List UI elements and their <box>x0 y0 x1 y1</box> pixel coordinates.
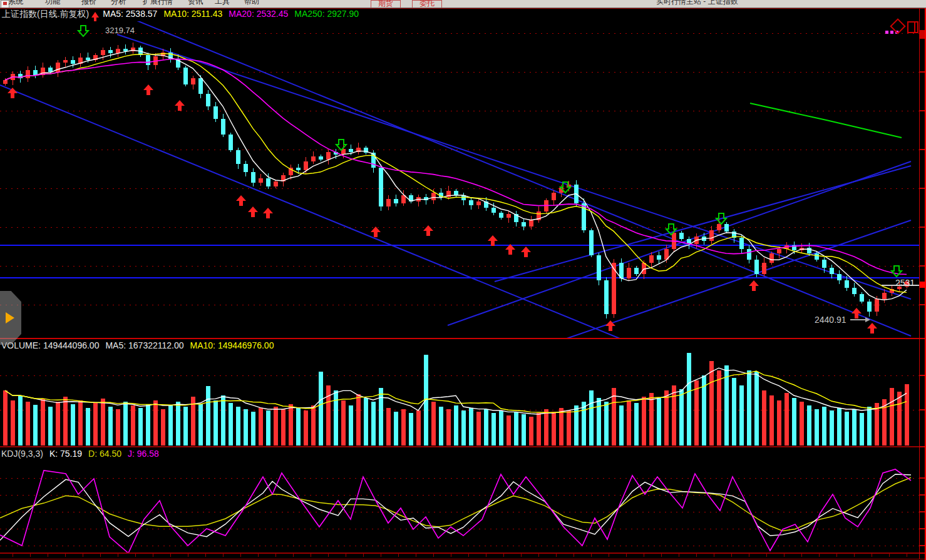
kdj-header: KDJ(9,3,3)K: 75.19D: 64.50J: 96.58 <box>1 449 165 459</box>
chart-window[interactable]: 上证指数(日线.前复权)MA5: 2538.57MA10: 2511.43MA2… <box>0 8 926 560</box>
volume-label-2: MA10: 149446976.00 <box>190 340 274 350</box>
sidebar-expand-tab[interactable] <box>0 291 21 345</box>
last-price-label: 2531. <box>895 278 917 288</box>
expand-arrow-icon <box>6 312 14 323</box>
menu-red-button-0[interactable]: 期货 <box>371 0 401 8</box>
feed-status-text: 实时行情主站 - 上证指数 <box>656 0 738 7</box>
candlestick-series <box>3 43 909 318</box>
menu-item-7[interactable]: 帮助 <box>244 0 259 7</box>
ma250-line <box>750 103 902 138</box>
menu-item-4[interactable]: 扩展行情 <box>143 0 173 7</box>
menu-red-button-1[interactable]: 委托 <box>412 0 442 8</box>
kdj-label-0: KDJ(9,3,3) <box>1 449 43 459</box>
chart-canvas[interactable] <box>0 8 926 560</box>
menu-item-3[interactable]: 分析 <box>111 0 126 7</box>
menu-item-2[interactable]: 报价 <box>81 0 96 7</box>
trading-app-window: { "colors":{"up":"#ff3232","down":"#55ff… <box>0 0 926 560</box>
volume-label-1: MA5: 167322112.00 <box>105 340 183 350</box>
restore-window-icon[interactable] <box>907 21 918 33</box>
volume-bars <box>3 353 909 445</box>
kdj-label-2: D: 64.50 <box>88 449 121 459</box>
menu-item-5[interactable]: 资讯 <box>188 0 203 7</box>
peak-price-label: 3219.74 <box>105 26 135 35</box>
menu-bar: 系统功能报价分析扩展行情资讯工具帮助期货委托实时行情主站 - 上证指数 <box>0 0 926 8</box>
menu-item-1[interactable]: 功能 <box>45 0 60 7</box>
kdj-lines <box>0 469 911 553</box>
kdj-label-1: K: 75.19 <box>49 449 82 459</box>
volume-header: VOLUME: 149444096.00MA5: 167322112.00MA1… <box>1 340 280 350</box>
trendlines <box>0 8 919 339</box>
trough-price-label: 2440.91 <box>815 315 846 325</box>
volume-label-0: VOLUME: 149444096.00 <box>1 340 99 350</box>
kdj-label-3: J: 96.58 <box>128 449 159 459</box>
menu-item-0[interactable]: 系统 <box>8 0 23 7</box>
axis-frame <box>0 8 926 560</box>
menu-item-6[interactable]: 工具 <box>215 0 230 7</box>
